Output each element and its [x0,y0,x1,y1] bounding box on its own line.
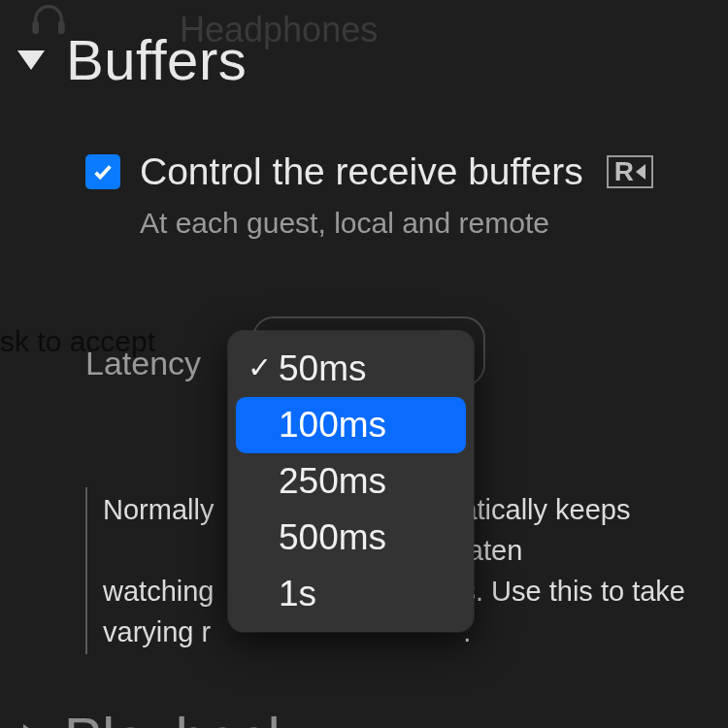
svg-rect-0 [32,21,39,34]
dropdown-option-1s[interactable]: 1s [236,566,466,622]
remote-badge-letter: R [614,158,634,185]
dropdown-option-50ms[interactable]: 50ms [236,341,466,397]
check-icon [92,161,114,182]
chevron-right-icon [23,724,43,728]
playback-section-header[interactable]: Playback [0,654,728,728]
headphones-icon [24,0,73,39]
faded-background-text: sk to accept [0,325,155,358]
faded-header-row: Headphones [0,0,728,50]
dropdown-option-100ms[interactable]: 100ms [236,397,466,453]
dropdown-option-500ms[interactable]: 500ms [236,510,466,566]
desc-line-2a: watching [103,571,214,612]
desc-line-2b: s. Use this to take [461,571,685,612]
faded-headphones-label: Headphones [180,10,378,50]
control-receive-buffers-subtext: At each guest, local and remote [85,193,728,240]
control-receive-buffers-label: Control the receive buffers [140,150,583,193]
remote-badge-arrow-icon [636,164,645,180]
desc-line-1b: atically keeps laten [461,489,687,571]
playback-section-title: Playback [64,705,296,728]
desc-line-1a: Normally [103,489,214,571]
dropdown-option-250ms[interactable]: 250ms [236,453,466,510]
desc-line-3a: varying r [103,612,211,652]
chevron-down-icon [17,50,45,70]
svg-rect-1 [58,21,65,34]
remote-badge: R [607,155,653,188]
latency-dropdown[interactable]: 50ms 100ms 250ms 500ms 1s [228,331,474,632]
control-receive-buffers-checkbox[interactable] [85,154,120,189]
